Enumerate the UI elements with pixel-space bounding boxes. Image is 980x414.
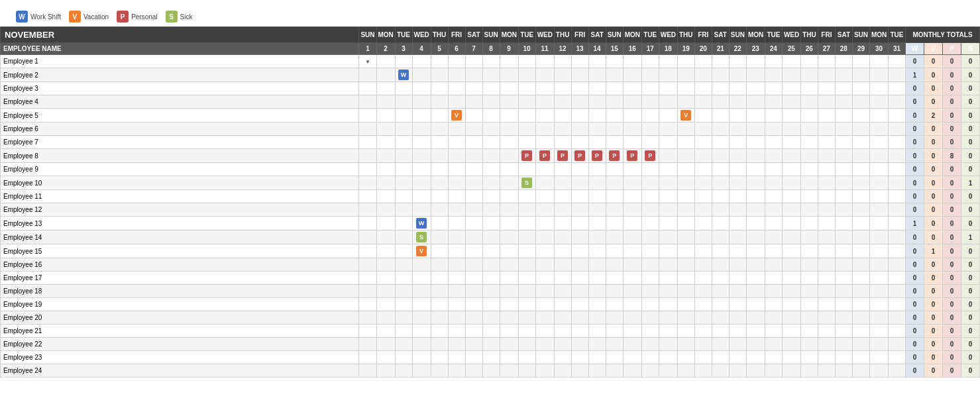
attendance-cell[interactable] bbox=[659, 217, 677, 231]
attendance-cell[interactable] bbox=[395, 82, 412, 95]
attendance-cell[interactable] bbox=[729, 136, 746, 149]
attendance-cell[interactable] bbox=[729, 203, 746, 217]
attendance-cell[interactable] bbox=[677, 68, 694, 82]
attendance-cell[interactable] bbox=[623, 338, 641, 351]
attendance-cell[interactable] bbox=[765, 109, 782, 123]
attendance-cell[interactable] bbox=[729, 123, 746, 136]
attendance-cell[interactable] bbox=[729, 272, 746, 285]
attendance-cell[interactable] bbox=[518, 298, 535, 311]
attendance-cell[interactable] bbox=[641, 351, 659, 364]
attendance-cell[interactable] bbox=[641, 82, 659, 95]
attendance-cell[interactable] bbox=[431, 95, 448, 109]
attendance-cell[interactable] bbox=[482, 311, 500, 325]
attendance-cell[interactable] bbox=[482, 55, 500, 68]
attendance-cell[interactable] bbox=[818, 163, 835, 176]
attendance-cell[interactable] bbox=[412, 258, 431, 272]
attendance-cell[interactable] bbox=[431, 217, 448, 231]
attendance-cell[interactable] bbox=[800, 217, 818, 231]
attendance-cell[interactable] bbox=[535, 258, 554, 272]
attendance-cell[interactable] bbox=[448, 123, 465, 136]
attendance-cell[interactable] bbox=[431, 285, 448, 298]
attendance-cell[interactable] bbox=[818, 325, 835, 338]
attendance-cell[interactable] bbox=[359, 136, 376, 149]
attendance-cell[interactable] bbox=[535, 364, 554, 378]
attendance-cell[interactable] bbox=[746, 203, 765, 217]
attendance-cell[interactable] bbox=[535, 285, 554, 298]
attendance-cell[interactable] bbox=[535, 123, 554, 136]
attendance-cell[interactable] bbox=[500, 364, 518, 378]
attendance-cell[interactable] bbox=[835, 123, 852, 136]
attendance-cell[interactable] bbox=[746, 149, 765, 163]
attendance-cell[interactable] bbox=[677, 203, 694, 217]
attendance-cell[interactable] bbox=[782, 190, 800, 203]
attendance-cell[interactable] bbox=[465, 149, 482, 163]
attendance-cell[interactable] bbox=[659, 298, 677, 311]
attendance-cell[interactable] bbox=[518, 325, 535, 338]
attendance-cell[interactable] bbox=[606, 82, 623, 95]
attendance-cell[interactable] bbox=[623, 136, 641, 149]
attendance-cell[interactable] bbox=[746, 190, 765, 203]
attendance-cell[interactable] bbox=[395, 136, 412, 149]
attendance-cell[interactable] bbox=[889, 311, 906, 325]
attendance-cell[interactable] bbox=[535, 190, 554, 203]
attendance-cell[interactable] bbox=[588, 258, 606, 272]
attendance-cell[interactable] bbox=[870, 364, 889, 378]
attendance-cell[interactable] bbox=[835, 109, 852, 123]
attendance-cell[interactable] bbox=[359, 149, 376, 163]
attendance-cell[interactable] bbox=[554, 244, 571, 258]
attendance-cell[interactable] bbox=[712, 258, 729, 272]
attendance-cell[interactable] bbox=[535, 311, 554, 325]
attendance-cell[interactable] bbox=[535, 55, 554, 68]
attendance-cell[interactable] bbox=[818, 190, 835, 203]
attendance-cell[interactable] bbox=[359, 123, 376, 136]
attendance-cell[interactable] bbox=[395, 258, 412, 272]
attendance-cell[interactable] bbox=[835, 176, 852, 190]
attendance-cell[interactable] bbox=[765, 244, 782, 258]
attendance-cell[interactable] bbox=[431, 55, 448, 68]
attendance-cell[interactable] bbox=[588, 190, 606, 203]
attendance-cell[interactable] bbox=[500, 272, 518, 285]
attendance-cell[interactable] bbox=[465, 351, 482, 364]
attendance-cell[interactable] bbox=[746, 68, 765, 82]
attendance-cell[interactable] bbox=[465, 176, 482, 190]
attendance-cell[interactable] bbox=[554, 272, 571, 285]
attendance-cell[interactable] bbox=[571, 68, 588, 82]
attendance-cell[interactable] bbox=[482, 244, 500, 258]
attendance-cell[interactable] bbox=[571, 176, 588, 190]
attendance-cell[interactable]: V bbox=[448, 109, 465, 123]
attendance-cell[interactable] bbox=[554, 311, 571, 325]
attendance-cell[interactable] bbox=[677, 176, 694, 190]
attendance-cell[interactable]: V bbox=[677, 109, 694, 123]
attendance-cell[interactable] bbox=[746, 338, 765, 351]
attendance-cell[interactable] bbox=[677, 285, 694, 298]
attendance-cell[interactable] bbox=[765, 163, 782, 176]
attendance-cell[interactable] bbox=[395, 149, 412, 163]
attendance-cell[interactable] bbox=[641, 55, 659, 68]
attendance-cell[interactable] bbox=[535, 272, 554, 285]
attendance-cell[interactable]: W bbox=[412, 217, 431, 231]
attendance-cell[interactable] bbox=[500, 298, 518, 311]
attendance-cell[interactable] bbox=[465, 82, 482, 95]
attendance-cell[interactable] bbox=[712, 311, 729, 325]
attendance-cell[interactable] bbox=[431, 311, 448, 325]
attendance-cell[interactable] bbox=[835, 311, 852, 325]
attendance-cell[interactable] bbox=[800, 95, 818, 109]
attendance-cell[interactable] bbox=[818, 258, 835, 272]
attendance-cell[interactable] bbox=[889, 68, 906, 82]
attendance-cell[interactable] bbox=[554, 217, 571, 231]
attendance-cell[interactable] bbox=[448, 163, 465, 176]
attendance-cell[interactable] bbox=[482, 364, 500, 378]
attendance-cell[interactable] bbox=[395, 231, 412, 244]
attendance-cell[interactable] bbox=[412, 285, 431, 298]
attendance-cell[interactable] bbox=[535, 298, 554, 311]
attendance-cell[interactable] bbox=[746, 325, 765, 338]
attendance-cell[interactable] bbox=[765, 258, 782, 272]
attendance-cell[interactable] bbox=[729, 95, 746, 109]
attendance-cell[interactable] bbox=[500, 176, 518, 190]
attendance-cell[interactable] bbox=[800, 364, 818, 378]
attendance-cell[interactable] bbox=[482, 338, 500, 351]
attendance-cell[interactable] bbox=[554, 298, 571, 311]
attendance-cell[interactable] bbox=[431, 364, 448, 378]
attendance-cell[interactable] bbox=[623, 285, 641, 298]
attendance-cell[interactable] bbox=[800, 298, 818, 311]
